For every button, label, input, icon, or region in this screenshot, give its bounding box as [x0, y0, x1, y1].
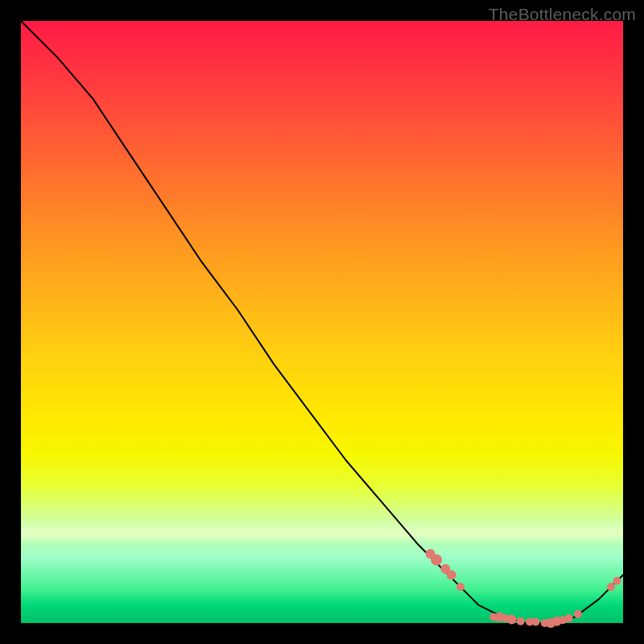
data-point	[431, 555, 442, 566]
chart-frame: TheBottleneck.com	[0, 0, 644, 644]
data-point	[517, 617, 525, 625]
chart-plot-area	[21, 21, 623, 623]
bottleneck-curve	[21, 21, 623, 623]
data-point	[565, 614, 573, 622]
marker-group	[426, 549, 621, 628]
data-point	[574, 610, 582, 618]
data-point	[613, 577, 621, 585]
data-point	[447, 570, 456, 580]
data-point	[507, 615, 517, 625]
data-point	[607, 583, 615, 591]
data-point	[456, 583, 464, 591]
chart-overlay	[21, 21, 623, 623]
watermark-text: TheBottleneck.com	[489, 5, 636, 24]
data-point	[532, 618, 540, 626]
